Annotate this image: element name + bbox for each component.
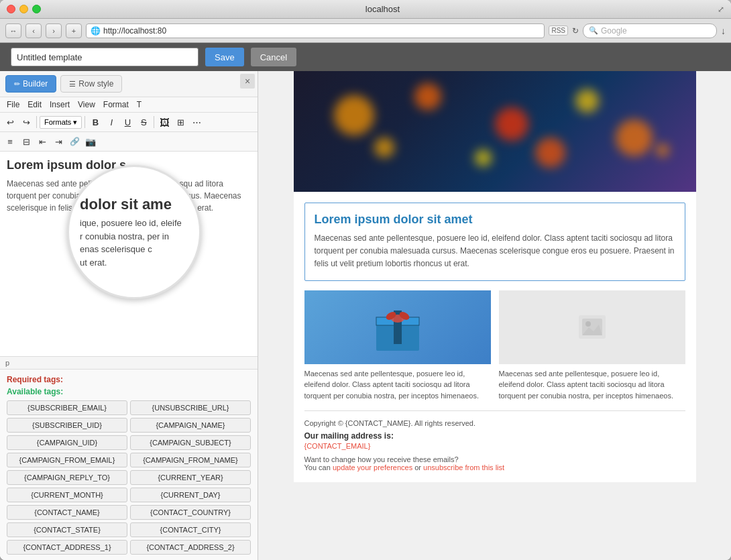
minimize-button[interactable] <box>19 5 28 13</box>
tags-section: Required tags: Available tags: {SUBSCRIB… <box>0 369 258 560</box>
status-text: p <box>5 359 9 367</box>
change-email-text: Want to change how you receive these ema… <box>304 455 685 463</box>
indent-left-button[interactable]: ⇤ <box>35 134 50 149</box>
status-bar: p <box>0 356 258 369</box>
magnifier-text: ique, posuere leo id, eleife r conubia n… <box>80 217 188 269</box>
preview-title-box: Lorem ipsum dolor sit amet Maecenas sed … <box>304 203 685 281</box>
menu-bar: File Edit Insert View Format T <box>0 97 258 113</box>
resize-icon: ⤢ <box>718 5 724 14</box>
tag-campaign-from-name[interactable]: {CAMPAIGN_FROM_NAME} <box>130 453 251 467</box>
search-placeholder: Google <box>601 26 627 36</box>
preview-title: Lorem ipsum dolor sit amet <box>315 213 675 227</box>
tag-current-month[interactable]: {CURRENT_MONTH} <box>7 488 127 502</box>
preview-hero-image <box>294 71 696 192</box>
gift-box-image <box>304 290 491 364</box>
preview-col-2: Maecenas sed ante pellentesque, posuere … <box>499 290 685 402</box>
right-panel: Lorem ipsum dolor sit amet Maecenas sed … <box>258 71 731 560</box>
save-button[interactable]: Save <box>205 48 244 66</box>
tag-contact-country[interactable]: {CONTACT_COUNTRY} <box>130 505 251 520</box>
preview-body-text: Maecenas sed ante pellentesque, posuere … <box>315 232 675 271</box>
tag-subscriber-email[interactable]: {SUBSCRIBER_EMAIL} <box>7 400 127 415</box>
insert-image-button[interactable]: 🖼 <box>157 115 172 129</box>
app-header: Save Cancel <box>0 43 731 71</box>
underline-button[interactable]: U <box>120 115 135 129</box>
tag-contact-name[interactable]: {CONTACT_NAME} <box>7 505 127 520</box>
tag-campaign-uid[interactable]: {CAMPAIGN_UID} <box>7 435 127 450</box>
magnifier: dolor sit ame ique, posuere leo id, elei… <box>67 165 201 299</box>
hyperlink-button[interactable]: 🔗 <box>67 134 82 149</box>
editor-area: File Edit Insert View Format T ↩ ↪ Forma… <box>0 97 258 369</box>
preview-body: Lorem ipsum dolor sit amet Maecenas sed … <box>294 192 696 482</box>
contact-email-link[interactable]: {CONTACT_EMAIL} <box>304 442 371 450</box>
back-arrow[interactable]: ‹ <box>25 23 42 38</box>
left-panel: ✏ Builder ☰ Row style × File Edit Insert… <box>0 71 258 560</box>
url-bar[interactable]: 🌐 http://localhost:80 <box>86 23 545 38</box>
builder-tab[interactable]: ✏ Builder <box>5 75 56 93</box>
insert-table-button[interactable]: ⊞ <box>173 115 188 129</box>
tag-contact-state[interactable]: {CONTACT_STATE} <box>7 522 127 537</box>
insert-special-button[interactable]: ⋯ <box>189 115 204 129</box>
image-placeholder <box>499 290 685 364</box>
close-button[interactable] <box>7 5 15 13</box>
gift-box-svg <box>371 304 425 351</box>
footer-links-line: You can update your preferences or unsub… <box>304 463 685 471</box>
tag-subscriber-uid[interactable]: {SUBSCRIBER_UID} <box>7 418 127 433</box>
window: localhost ⤢ ↔ ‹ › + 🌐 http://localhost:8… <box>0 0 731 560</box>
tag-campaign-from-email[interactable]: {CAMPAIGN_FROM_EMAIL} <box>7 453 127 467</box>
tag-current-year[interactable]: {CURRENT_YEAR} <box>130 470 251 485</box>
maximize-button[interactable] <box>32 5 41 13</box>
tag-campaign-name[interactable]: {CAMPAIGN_NAME} <box>130 418 251 433</box>
rss-badge: RSS <box>549 25 568 36</box>
forward-arrow[interactable]: › <box>46 23 62 38</box>
preview-footer: Copyright © {CONTACT_NAME}. All rights r… <box>304 419 685 471</box>
you-can-text: You can <box>304 463 333 471</box>
row-style-tab[interactable]: ☰ Row style <box>60 75 122 93</box>
template-name-input[interactable] <box>11 48 199 66</box>
tag-unsubscribe-url[interactable]: {UNSUBSCRIBE_URL} <box>130 400 251 415</box>
url-text: http://localhost:80 <box>103 26 166 36</box>
magnifier-heading: dolor sit ame <box>80 195 188 215</box>
bold-button[interactable]: B <box>88 115 103 129</box>
tags-grid: {SUBSCRIBER_EMAIL} {UNSUBSCRIBE_URL} {SU… <box>7 400 251 555</box>
tag-current-day[interactable]: {CURRENT_DAY} <box>130 488 251 502</box>
preview-col-1: Maecenas sed ante pellentesque, posuere … <box>304 290 491 402</box>
cancel-button[interactable]: Cancel <box>251 48 296 66</box>
globe-icon: 🌐 <box>91 26 101 36</box>
formats-dropdown[interactable]: Formats ▾ <box>40 116 82 129</box>
tag-contact-city[interactable]: {CONTACT_CITY} <box>130 522 251 537</box>
ordered-list-button[interactable]: ⊟ <box>19 134 34 149</box>
editor-content-wrapper: Lorem ipsum dolor s Maecenas sed ante pe… <box>0 152 258 356</box>
tag-contact-address-2[interactable]: {CONTACT_ADDRESS_2} <box>130 540 251 555</box>
strikethrough-button[interactable]: S <box>136 115 151 129</box>
indent-right-button[interactable]: ⇥ <box>51 134 66 149</box>
preview-col2-text: Maecenas sed ante pellentesque, posuere … <box>499 368 685 402</box>
row-style-icon: ☰ <box>69 80 76 89</box>
menu-view[interactable]: View <box>74 99 99 111</box>
preview-divider <box>304 410 685 411</box>
italic-button[interactable]: I <box>104 115 119 129</box>
menu-insert[interactable]: Insert <box>46 99 74 111</box>
redo-button[interactable]: ↪ <box>19 115 34 129</box>
update-prefs-link[interactable]: update your preferences <box>333 463 412 471</box>
back-button[interactable]: ↔ <box>5 23 21 38</box>
refresh-button[interactable]: ↻ <box>572 26 579 36</box>
image-button2[interactable]: 📷 <box>83 134 98 149</box>
unordered-list-button[interactable]: ≡ <box>3 134 17 149</box>
main-content: ✏ Builder ☰ Row style × File Edit Insert… <box>0 71 731 560</box>
undo-button[interactable]: ↩ <box>3 115 17 129</box>
browser-bar: ↔ ‹ › + 🌐 http://localhost:80 RSS ↻ 🔍 Go… <box>0 19 731 43</box>
menu-file[interactable]: File <box>3 99 23 111</box>
tag-campaign-reply-to[interactable]: {CAMPAIGN_REPLY_TO} <box>7 470 127 485</box>
downloads-icon[interactable]: ↓ <box>721 25 726 36</box>
search-bar[interactable]: 🔍 Google <box>583 23 717 38</box>
close-panel-button[interactable]: × <box>240 74 255 89</box>
mailing-address-label: Our mailing address is: <box>304 431 685 441</box>
toolbar-row2: ≡ ⊟ ⇤ ⇥ 🔗 📷 <box>0 132 258 152</box>
new-tab-button[interactable]: + <box>66 23 82 38</box>
unsubscribe-link[interactable]: unsubscribe from this list <box>423 463 504 471</box>
tag-campaign-subject[interactable]: {CAMPAIGN_SUBJECT} <box>130 435 251 450</box>
menu-table[interactable]: T <box>133 99 146 111</box>
tag-contact-address-1[interactable]: {CONTACT_ADDRESS_1} <box>7 540 127 555</box>
menu-format[interactable]: Format <box>99 99 133 111</box>
menu-edit[interactable]: Edit <box>23 99 46 111</box>
